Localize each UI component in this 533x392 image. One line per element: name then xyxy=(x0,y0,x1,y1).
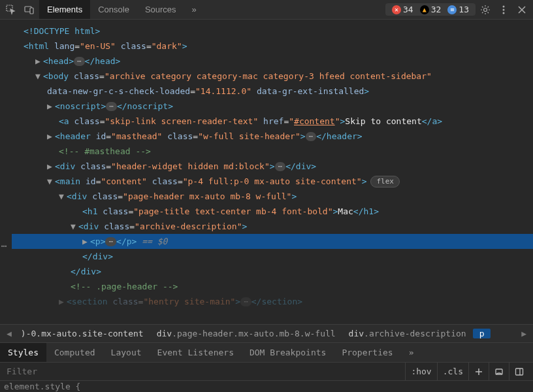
error-icon: ✕ xyxy=(392,5,401,14)
svg-point-5 xyxy=(503,8,505,10)
tab-elements[interactable]: Elements xyxy=(39,0,90,19)
devtools-toolbar: Elements Console Sources » ✕34 ▲32 ≡13 xyxy=(0,0,533,20)
expand-arrow-icon[interactable]: ▶ xyxy=(47,159,55,174)
dom-node-div-pageheader[interactable]: ▼<div class="page-header mx-auto mb-8 w-… xyxy=(12,189,533,204)
error-count[interactable]: ✕34 xyxy=(389,5,416,14)
breadcrumb-item-active[interactable]: p xyxy=(473,329,491,338)
gutter: ⋯ xyxy=(0,20,12,324)
dom-node-html[interactable]: <html lang="en-US" class="dark"> xyxy=(12,39,533,54)
flex-badge[interactable]: flex xyxy=(370,176,400,188)
filter-input[interactable] xyxy=(4,367,405,376)
info-icon: ≡ xyxy=(447,5,457,14)
more-menu-icon[interactable] xyxy=(495,1,512,18)
dom-node-truncated[interactable]: ▶<section class="hentry site-main">⋯</se… xyxy=(12,294,533,309)
panel-tabs: Elements Console Sources » xyxy=(39,0,204,19)
styles-tab-dombreakpoints[interactable]: DOM Breakpoints xyxy=(242,343,334,362)
warning-count-value: 32 xyxy=(431,5,442,14)
breadcrumb-item[interactable]: div.archive-description xyxy=(342,329,473,338)
collapse-arrow-icon[interactable]: ▼ xyxy=(59,189,67,204)
svg-point-4 xyxy=(503,5,505,7)
styles-filter-row: :hov .cls xyxy=(0,362,533,380)
element-style-label: element.style { xyxy=(4,382,80,391)
toggle-sidebar-icon[interactable] xyxy=(509,363,529,380)
info-count-value: 13 xyxy=(459,5,469,14)
ellipsis-icon[interactable]: ⋯ xyxy=(105,237,116,246)
expand-arrow-icon[interactable]: ▶ xyxy=(47,99,55,114)
svg-rect-8 xyxy=(516,368,523,375)
selected-line-marker: ⋯ xyxy=(1,240,5,251)
collapse-arrow-icon[interactable]: ▼ xyxy=(35,69,43,84)
svg-point-3 xyxy=(484,8,487,11)
computed-styles-icon[interactable] xyxy=(489,363,509,380)
dom-node-div-archive[interactable]: ▼<div class="archive-description"> xyxy=(12,219,533,234)
expand-arrow-icon[interactable]: ▶ xyxy=(35,54,43,69)
styles-tab-layout[interactable]: Layout xyxy=(103,343,150,362)
tabs-overflow[interactable]: » xyxy=(184,0,204,19)
dom-node-div-headerwidget[interactable]: ▶<div class="header-widget hidden md:blo… xyxy=(12,159,533,174)
svg-point-6 xyxy=(503,12,505,14)
dom-node-main[interactable]: ▼<main id="content" class="p-4 full:p-0 … xyxy=(12,174,533,189)
dom-node-a-skip[interactable]: <a class="skip-link screen-reader-text" … xyxy=(12,114,533,129)
dom-breadcrumbs: ◀ )-0.mx-auto.site-content div.page-head… xyxy=(0,324,533,342)
dom-node-body[interactable]: ▼<body class="archive category category-… xyxy=(12,69,533,84)
crumb-prev-icon[interactable]: ◀ xyxy=(4,329,14,338)
ellipsis-icon[interactable]: ⋯ xyxy=(306,132,317,141)
styles-tab-properties[interactable]: Properties xyxy=(334,343,400,362)
new-style-rule-icon[interactable] xyxy=(468,363,489,380)
hov-toggle[interactable]: :hov xyxy=(405,363,436,380)
dom-tree[interactable]: <!DOCTYPE html> <html lang="en-US" class… xyxy=(12,20,533,324)
breadcrumb-item[interactable]: div.page-header.mx-auto.mb-8.w-full xyxy=(150,329,342,338)
dom-close-div[interactable]: </div> xyxy=(12,264,533,279)
dom-node-doctype[interactable]: <!DOCTYPE html> xyxy=(12,24,533,39)
expand-arrow-icon[interactable]: ▶ xyxy=(47,129,55,144)
styles-tab-styles[interactable]: Styles xyxy=(0,343,46,362)
collapse-arrow-icon[interactable]: ▼ xyxy=(47,174,55,189)
breadcrumb-item[interactable]: )-0.mx-auto.site-content xyxy=(14,329,150,338)
error-count-value: 34 xyxy=(403,5,413,14)
collapse-arrow-icon[interactable]: ▼ xyxy=(71,219,78,234)
tab-sources[interactable]: Sources xyxy=(137,0,184,19)
dom-node-head[interactable]: ▶<head>⋯</head> xyxy=(12,54,533,69)
device-toolbar-icon[interactable] xyxy=(21,1,38,18)
dom-node-body-attrs[interactable]: data-new-gr-c-s-check-loaded="14.1112.0"… xyxy=(12,84,533,99)
elements-panel: ⋯ <!DOCTYPE html> <html lang="en-US" cla… xyxy=(0,20,533,324)
close-icon[interactable] xyxy=(513,1,530,18)
crumb-next-icon[interactable]: ▶ xyxy=(519,329,529,338)
styles-content-preview: element.style { xyxy=(0,380,533,392)
cls-toggle[interactable]: .cls xyxy=(437,363,468,380)
info-count[interactable]: ≡13 xyxy=(445,5,472,14)
dollar-zero-ref: == $0 xyxy=(137,237,167,246)
ellipsis-icon[interactable]: ⋯ xyxy=(106,102,117,111)
svg-rect-2 xyxy=(30,8,33,14)
styles-tab-overflow[interactable]: » xyxy=(401,343,422,362)
ellipsis-icon[interactable]: ⋯ xyxy=(74,57,85,66)
warning-count[interactable]: ▲32 xyxy=(417,5,444,14)
styles-tab-computed[interactable]: Computed xyxy=(46,343,103,362)
dom-comment[interactable]: <!-- #masthead --> xyxy=(12,144,533,159)
dom-close-div[interactable]: </div> xyxy=(12,249,533,264)
warning-icon: ▲ xyxy=(420,5,429,14)
styles-tab-bar: Styles Computed Layout Event Listeners D… xyxy=(0,342,533,362)
inspect-icon[interactable] xyxy=(3,1,20,18)
issue-counters[interactable]: ✕34 ▲32 ≡13 xyxy=(385,3,476,16)
tab-console[interactable]: Console xyxy=(90,0,137,19)
dom-node-noscript[interactable]: ▶<noscript>⋯</noscript> xyxy=(12,99,533,114)
expand-arrow-icon[interactable]: ▶ xyxy=(82,234,90,249)
dom-comment[interactable]: <!-- .page-header --> xyxy=(12,279,533,294)
dom-node-selected-p[interactable]: ▶<p>⋯</p> == $0 xyxy=(12,234,533,249)
styles-tab-eventlisteners[interactable]: Event Listeners xyxy=(150,343,242,362)
dom-node-header[interactable]: ▶<header id="masthead" class="w-full sit… xyxy=(12,129,533,144)
ellipsis-icon[interactable]: ⋯ xyxy=(275,162,286,171)
dom-node-h1[interactable]: <h1 class="page-title text-center mb-4 f… xyxy=(12,204,533,219)
settings-icon[interactable] xyxy=(477,1,494,18)
